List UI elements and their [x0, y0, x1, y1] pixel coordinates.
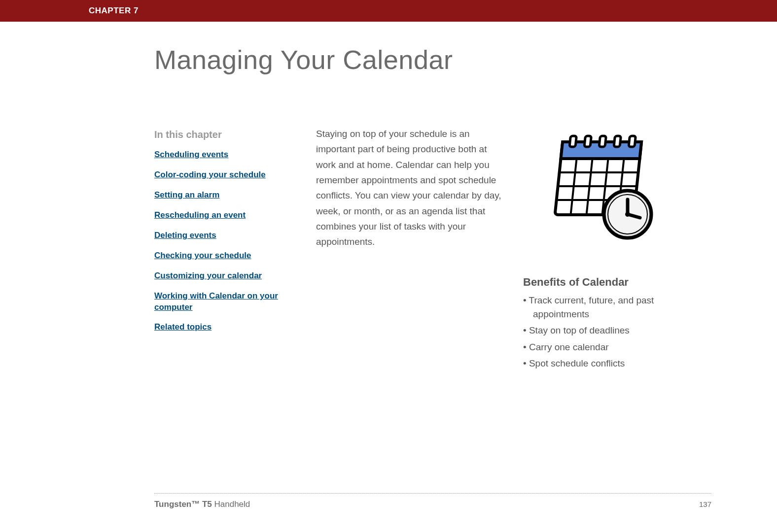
- benefits-heading: Benefits of Calendar: [523, 276, 710, 289]
- product-name-rest: Handheld: [212, 499, 250, 509]
- svg-point-18: [625, 212, 630, 217]
- page-number: 137: [699, 500, 711, 508]
- toc-link-setting-alarm[interactable]: Setting an alarm: [154, 190, 292, 201]
- page: CHAPTER 7 Managing Your Calendar In this…: [66, 0, 711, 532]
- toc-link-related-topics[interactable]: Related topics: [154, 322, 292, 333]
- benefits-item: Spot schedule conflicts: [523, 357, 710, 370]
- benefits-item: Stay on top of deadlines: [523, 324, 710, 337]
- toc-link-deleting-events[interactable]: Deleting events: [154, 230, 292, 241]
- page-title: Managing Your Calendar: [154, 44, 453, 75]
- product-name-bold: Tungsten™ T5: [154, 499, 212, 509]
- sidebar-heading: In this chapter: [154, 129, 292, 140]
- intro-paragraph: Staying on top of your schedule is an im…: [316, 126, 508, 250]
- toc-link-working-computer[interactable]: Working with Calendar on your computer: [154, 291, 292, 313]
- benefits-item: Carry one calendar: [523, 340, 710, 354]
- toc-link-color-coding[interactable]: Color-coding your schedule: [154, 169, 292, 181]
- header-bar: CHAPTER 7: [0, 0, 777, 22]
- toc-link-checking-schedule[interactable]: Checking your schedule: [154, 250, 292, 262]
- svg-rect-6: [629, 136, 636, 147]
- svg-rect-2: [569, 136, 576, 147]
- svg-rect-3: [584, 136, 591, 147]
- footer: Tungsten™ T5 Handheld 137: [154, 499, 711, 509]
- benefits-item: Track current, future, and past appointm…: [523, 294, 710, 321]
- toc-link-rescheduling[interactable]: Rescheduling an event: [154, 210, 292, 221]
- in-this-chapter-sidebar: In this chapter Scheduling events Color-…: [154, 129, 292, 342]
- toc-link-scheduling-events[interactable]: Scheduling events: [154, 149, 292, 161]
- product-name: Tungsten™ T5 Handheld: [154, 499, 250, 509]
- toc-link-customizing[interactable]: Customizing your calendar: [154, 270, 292, 282]
- chapter-label: CHAPTER 7: [89, 6, 139, 16]
- calendar-clock-icon: [544, 133, 657, 241]
- benefits-section: Benefits of Calendar Track current, futu…: [523, 276, 710, 373]
- svg-rect-4: [599, 136, 606, 147]
- svg-rect-5: [614, 136, 621, 147]
- footer-rule: [154, 493, 711, 494]
